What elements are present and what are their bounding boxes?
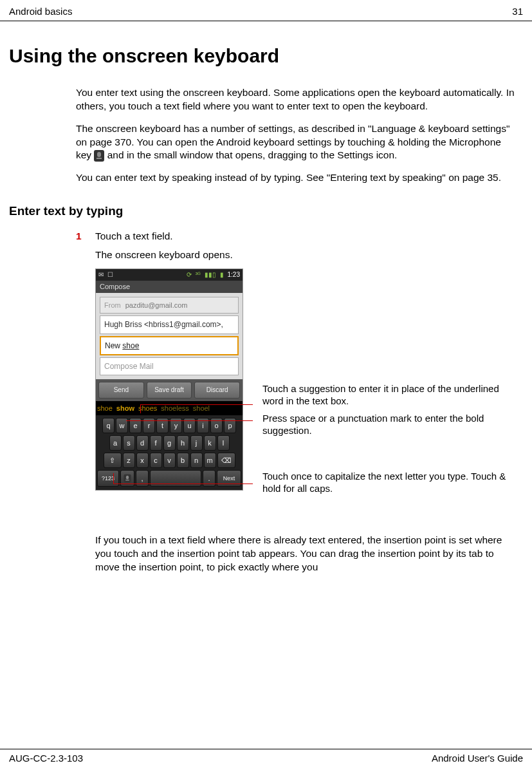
- mic-key[interactable]: [120, 470, 134, 487]
- key-a[interactable]: a: [109, 435, 122, 451]
- key-b[interactable]: b: [177, 453, 189, 468]
- footer-right: Android User's Guide: [432, 752, 523, 765]
- phone-screenshot: ✉ ☐ ⟳ ³ᴳ ▮▮▯ ▮ 1:23 Compose From pazditu…: [95, 268, 243, 491]
- step-1: 1 Touch a text field.: [76, 230, 517, 243]
- callout-line-2: [126, 420, 253, 421]
- status-right-icons: ⟳ ³ᴳ ▮▮▯ ▮ 1:23: [185, 270, 240, 279]
- callout-2: Press space or a punctuation mark to ent…: [262, 413, 507, 437]
- suggestion-bar: shoe show shoes shoeless shoel: [96, 401, 243, 416]
- to-field[interactable]: Hugh Briss <hbriss1@gmail.com>,: [100, 315, 239, 333]
- suggestion-1[interactable]: shoe: [97, 404, 113, 413]
- intro-para-3: You can enter text by speaking instead o…: [76, 171, 517, 185]
- signal-bars-icon: ▮▮▯: [205, 271, 216, 278]
- key-z[interactable]: z: [123, 453, 135, 468]
- save-draft-button[interactable]: Save draft: [147, 382, 192, 399]
- battery-icon: ▮: [220, 271, 224, 278]
- key-row-4: ?123 , . Next: [97, 470, 241, 487]
- key-l[interactable]: l: [217, 435, 230, 451]
- key-k[interactable]: k: [204, 435, 216, 451]
- key-row-3: ⇧ z x c v b n m ⌫: [97, 453, 241, 468]
- microphone-icon-small: [124, 474, 131, 483]
- delete-key[interactable]: ⌫: [217, 453, 235, 468]
- callout-3: Touch once to capitalize the next letter…: [262, 471, 507, 495]
- key-h[interactable]: h: [177, 435, 189, 451]
- status-time: 1:23: [228, 271, 240, 278]
- mail-icon: ✉: [98, 271, 104, 278]
- suggestion-2-bold[interactable]: show: [116, 404, 134, 413]
- key-v[interactable]: v: [163, 453, 176, 468]
- callout-line-3v: [113, 473, 114, 484]
- button-row: Send Save draft Discard: [96, 379, 243, 401]
- page-footer: AUG-CC-2.3-103 Android User's Guide: [0, 749, 532, 765]
- intro-para-1: You enter text using the onscreen keyboa…: [76, 86, 517, 113]
- key-g[interactable]: g: [163, 435, 176, 451]
- compose-title: Compose: [96, 281, 243, 293]
- key-d[interactable]: d: [136, 435, 149, 451]
- status-bar: ✉ ☐ ⟳ ³ᴳ ▮▮▯ ▮ 1:23: [96, 269, 243, 281]
- shift-key[interactable]: ⇧: [104, 453, 122, 468]
- page-title: Using the onscreen keyboard: [9, 43, 532, 70]
- intro-para-2: The onscreen keyboard has a number of se…: [76, 122, 517, 163]
- from-field[interactable]: From pazditu@gmail.com: [100, 297, 239, 314]
- from-label: From: [104, 301, 121, 309]
- header-left: Android basics: [9, 5, 72, 18]
- key-x[interactable]: x: [136, 453, 149, 468]
- compose-body-field[interactable]: Compose Mail: [100, 357, 239, 375]
- key-q[interactable]: q: [102, 418, 115, 433]
- email-fields: From pazditu@gmail.com Hugh Briss <hbris…: [96, 293, 243, 379]
- send-button[interactable]: Send: [98, 382, 144, 399]
- step-number: 1: [76, 230, 95, 243]
- key-m[interactable]: m: [204, 453, 216, 468]
- symbols-key[interactable]: ?123: [97, 470, 119, 487]
- step-text: Touch a text field.: [95, 230, 517, 243]
- after-image-para: If you touch in a text field where there…: [95, 534, 518, 574]
- sync-icon: ⟳: [187, 271, 192, 278]
- intro-para-2b: and in the small window that opens, drag…: [107, 149, 398, 160]
- next-key[interactable]: Next: [217, 470, 241, 487]
- header-right: 31: [512, 5, 523, 18]
- key-j[interactable]: j: [190, 435, 203, 451]
- key-n[interactable]: n: [190, 453, 203, 468]
- from-value: pazditu@gmail.com: [125, 301, 188, 309]
- callout-1: Touch a suggestion to enter it in place …: [262, 383, 507, 408]
- step-result: The onscreen keyboard opens.: [95, 249, 517, 262]
- subject-prefix: New: [105, 341, 122, 350]
- section-heading: Enter text by typing: [9, 203, 532, 220]
- space-key[interactable]: [150, 470, 201, 487]
- period-key[interactable]: .: [203, 470, 216, 487]
- comma-key[interactable]: ,: [136, 470, 149, 487]
- key-s[interactable]: s: [123, 435, 135, 451]
- microphone-icon: [94, 150, 104, 162]
- chat-icon: ☐: [107, 271, 113, 278]
- callout-line-3: [113, 484, 253, 484]
- callout-line-1: [140, 404, 253, 405]
- key-f[interactable]: f: [150, 435, 162, 451]
- subject-field[interactable]: New shoe: [100, 336, 239, 355]
- discard-button[interactable]: Discard: [194, 382, 240, 399]
- footer-left: AUG-CC-2.3-103: [9, 752, 83, 765]
- key-c[interactable]: c: [150, 453, 162, 468]
- signal-3g-icon: ³ᴳ: [196, 271, 201, 278]
- callout-line-1v: [140, 404, 141, 413]
- page-header: Android basics 31: [0, 0, 532, 21]
- keyboard: q w e r t y u i o p a s d f g h: [96, 415, 243, 490]
- key-row-2: a s d f g h j k l: [97, 435, 241, 451]
- status-left-icons: ✉ ☐: [98, 270, 115, 279]
- subject-word: shoe: [122, 341, 139, 350]
